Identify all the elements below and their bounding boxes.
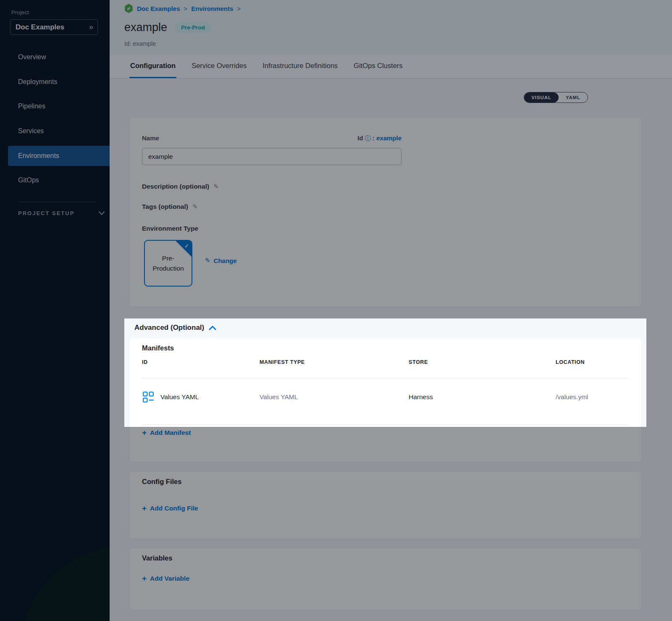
change-label: Change bbox=[214, 257, 237, 264]
tab-infrastructure-definitions[interactable]: Infrastructure Definitions bbox=[262, 55, 339, 78]
name-input[interactable] bbox=[142, 148, 402, 165]
sidebar-item-overview[interactable]: Overview bbox=[0, 49, 110, 66]
toggle-visual[interactable]: VISUAL bbox=[524, 92, 559, 103]
manifest-type-cell: Values YAML bbox=[260, 393, 409, 401]
breadcrumb-environments[interactable]: Environments bbox=[191, 5, 233, 12]
sidebar-item-gitops[interactable]: GitOps bbox=[0, 172, 110, 189]
sidebar: Project Doc Examples » Overview Deployme… bbox=[0, 0, 110, 621]
breadcrumb: ∞ Doc Examples > Environments > bbox=[124, 4, 241, 13]
check-icon: ✓ bbox=[184, 242, 189, 250]
sidebar-item-label: GitOps bbox=[18, 176, 39, 184]
environment-form-card: Name Id ⓘ : example Description (optiona… bbox=[129, 118, 641, 307]
environment-type-label: Environment Type bbox=[142, 225, 198, 232]
column-store: STORE bbox=[409, 359, 556, 365]
tabs-bar: Configuration Service Overrides Infrastr… bbox=[110, 55, 672, 79]
variables-title: Variables bbox=[142, 554, 172, 562]
breadcrumb-separator: > bbox=[237, 5, 241, 12]
main-content: ∞ Doc Examples > Environments > example … bbox=[110, 0, 672, 621]
variables-card: Variables + Add Variable bbox=[129, 548, 641, 610]
manifests-card: Manifests ID MANIFEST TYPE STORE LOCATIO… bbox=[129, 338, 641, 462]
pencil-icon: ✎ bbox=[205, 257, 210, 264]
harness-environment-page: Project Doc Examples » Overview Deployme… bbox=[0, 0, 672, 621]
manifest-id: Values YAML bbox=[160, 393, 199, 401]
id-value-link[interactable]: example bbox=[376, 134, 402, 142]
column-location: LOCATION bbox=[556, 359, 629, 365]
description-label: Description (optional) bbox=[142, 183, 209, 190]
toggle-yaml[interactable]: YAML bbox=[559, 92, 588, 103]
id-separator: : bbox=[373, 134, 375, 142]
sidebar-item-label: Environments bbox=[18, 152, 59, 160]
column-id: ID bbox=[142, 359, 260, 365]
sidebar-item-label: Deployments bbox=[18, 78, 57, 86]
entity-id: Id: example bbox=[124, 40, 156, 47]
sidebar-item-label: Overview bbox=[18, 53, 46, 61]
id-prefix: Id bbox=[357, 134, 363, 142]
table-row[interactable]: Values YAML Values YAML Harness /values.… bbox=[142, 385, 629, 409]
environment-type-label-row: Environment Type bbox=[142, 225, 198, 232]
page-header: ∞ Doc Examples > Environments > example … bbox=[110, 0, 672, 55]
sidebar-item-deployments[interactable]: Deployments bbox=[0, 74, 110, 90]
project-name: Doc Examples bbox=[16, 23, 64, 32]
tab-label: Configuration bbox=[130, 62, 176, 70]
add-variable-button[interactable]: + Add Variable bbox=[142, 574, 189, 582]
id-inline: Id ⓘ : example bbox=[142, 134, 402, 142]
environments-icon: ∞ bbox=[124, 4, 133, 13]
info-icon[interactable]: ⓘ bbox=[365, 135, 371, 142]
plus-icon: + bbox=[142, 504, 147, 512]
manifest-icon bbox=[142, 391, 155, 403]
manifests-table-header: ID MANIFEST TYPE STORE LOCATION bbox=[142, 359, 629, 365]
sidebar-item-pipelines[interactable]: Pipelines bbox=[0, 98, 110, 115]
manifest-id-cell: Values YAML bbox=[142, 391, 260, 403]
tab-gitops-clusters[interactable]: GitOps Clusters bbox=[353, 55, 403, 78]
edit-description-icon[interactable]: ✎ bbox=[213, 183, 219, 190]
sidebar-item-label: Pipelines bbox=[18, 103, 45, 110]
plus-icon: + bbox=[142, 429, 147, 437]
plus-icon: + bbox=[142, 574, 147, 582]
description-field: Description (optional) ✎ bbox=[142, 183, 219, 190]
sidebar-decoration bbox=[21, 545, 110, 621]
env-type-card-preproduction[interactable]: Pre-Production ✓ bbox=[144, 240, 192, 287]
manifests-title: Manifests bbox=[142, 344, 174, 352]
tags-field: Tags (optional) ✎ bbox=[142, 203, 198, 211]
add-manifest-button[interactable]: + Add Manifest bbox=[142, 429, 191, 437]
sidebar-item-services[interactable]: Services bbox=[0, 123, 110, 139]
project-selector[interactable]: Doc Examples » bbox=[10, 19, 98, 35]
tab-service-overrides[interactable]: Service Overrides bbox=[191, 55, 247, 78]
title-row: example Pre-Prod bbox=[124, 21, 211, 34]
env-type-badge: Pre-Prod bbox=[175, 22, 211, 33]
config-files-card: Config Files + Add Config File bbox=[129, 472, 641, 539]
tab-configuration[interactable]: Configuration bbox=[129, 55, 176, 78]
breadcrumb-project[interactable]: Doc Examples bbox=[137, 5, 180, 12]
add-config-file-button[interactable]: + Add Config File bbox=[142, 504, 198, 512]
project-label: Project bbox=[11, 9, 29, 16]
tab-label: Service Overrides bbox=[192, 62, 247, 70]
divider bbox=[142, 378, 629, 379]
config-files-title: Config Files bbox=[142, 478, 181, 486]
change-env-type-link[interactable]: ✎ Change bbox=[205, 257, 237, 264]
sidebar-item-environments[interactable]: Environments bbox=[8, 146, 110, 166]
page-title: example bbox=[124, 21, 167, 34]
add-variable-label: Add Variable bbox=[150, 575, 189, 582]
visual-yaml-toggle[interactable]: VISUAL YAML bbox=[524, 92, 588, 103]
advanced-title: Advanced (Optional) bbox=[134, 324, 204, 332]
project-setup-toggle[interactable]: PROJECT SETUP bbox=[18, 210, 105, 216]
edit-tags-icon[interactable]: ✎ bbox=[192, 203, 198, 211]
column-manifest-type: MANIFEST TYPE bbox=[260, 359, 409, 365]
chevron-up-icon bbox=[209, 326, 216, 330]
tab-label: Infrastructure Definitions bbox=[262, 62, 338, 70]
expand-icon[interactable]: » bbox=[89, 23, 92, 32]
breadcrumb-separator: > bbox=[184, 5, 188, 12]
add-config-file-label: Add Config File bbox=[150, 505, 198, 512]
divider bbox=[18, 202, 96, 202]
manifest-location-cell: /values.yml bbox=[556, 393, 629, 401]
tags-label: Tags (optional) bbox=[142, 203, 188, 211]
advanced-section-toggle[interactable]: Advanced (Optional) bbox=[134, 318, 216, 337]
tab-label: GitOps Clusters bbox=[354, 62, 402, 70]
add-manifest-label: Add Manifest bbox=[150, 429, 191, 437]
sidebar-item-label: Services bbox=[18, 127, 44, 135]
manifest-store-cell: Harness bbox=[409, 393, 556, 401]
chevron-down-icon bbox=[99, 211, 105, 215]
project-setup-label: PROJECT SETUP bbox=[18, 210, 74, 216]
divider bbox=[142, 424, 629, 425]
selected-corner bbox=[176, 241, 192, 257]
